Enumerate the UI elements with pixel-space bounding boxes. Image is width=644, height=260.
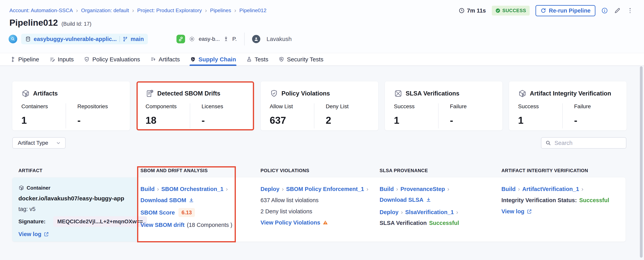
user-name: Lavakush (266, 36, 292, 42)
repo-name: easybuggy-vulnerable-applic... (34, 36, 117, 42)
step-link[interactable]: SlsaVerification_1 (405, 209, 454, 215)
stat-label: Success (394, 103, 438, 110)
info-icon[interactable] (601, 7, 608, 14)
integrity-status-value: Successful (579, 197, 609, 203)
tab-label: Tests (254, 56, 268, 63)
breadcrumb: Account: Automation-SSCA Organization: d… (10, 7, 266, 14)
card-title: SLSA Verifications (406, 90, 460, 97)
card-title: Artifact Integrity Verification (530, 90, 611, 97)
environment-icon (223, 36, 229, 42)
sbom-score-link[interactable]: SBOM Score (140, 209, 175, 216)
download-icon (188, 197, 194, 203)
tab-inputs[interactable]: Inputs (49, 53, 74, 66)
tab-artifacts[interactable]: Artifacts (150, 53, 180, 66)
gitops-link-icon (176, 35, 185, 43)
supply-chain-shield-icon (190, 57, 196, 62)
repo-chip[interactable]: easybuggy-vulnerable-applic... main (21, 34, 148, 44)
build-id: (Build Id: 17) (62, 21, 92, 27)
stat-value: 1 (394, 115, 438, 126)
header-controls: 7m 11s SUCCESS Re-run Pipeline (458, 5, 634, 17)
chevron-right-icon (456, 209, 458, 215)
tab-policy-evaluations[interactable]: Policy Evaluations (84, 53, 140, 66)
download-sbom-link[interactable]: Download SBOM (140, 197, 186, 203)
sbom-score-badge: 6.13 (178, 208, 195, 217)
stage-link[interactable]: Build (380, 186, 394, 192)
breadcrumb-project[interactable]: Project: Product Exploratory (137, 8, 202, 14)
tab-tests[interactable]: Tests (246, 53, 268, 66)
stage-link[interactable]: Build (140, 186, 155, 192)
cube-icon (21, 89, 30, 98)
chevron-right-icon (401, 209, 403, 215)
view-sbom-drift-link[interactable]: View SBOM drift (140, 221, 184, 228)
breadcrumb-organization[interactable]: Organization: default (81, 8, 129, 14)
rerun-pipeline-button[interactable]: Re-run Pipeline (536, 5, 596, 16)
stat-label: Success (518, 103, 562, 110)
view-policy-violations-link[interactable]: View Policy Violations (260, 219, 320, 226)
page-title-row: Pipeline012 (Build Id: 17) (10, 18, 92, 28)
clock-icon (458, 8, 465, 14)
artifacts-list-icon (150, 57, 156, 62)
artifact-cell: Container docker.io/lavakush07/easy-bugg… (18, 184, 147, 237)
download-slsa-link[interactable]: Download SLSA (380, 196, 424, 203)
tab-supply-chain[interactable]: Supply Chain (190, 53, 236, 66)
artifact-type-label: Artifact Type (18, 140, 48, 146)
stat-value: 18 (146, 115, 190, 126)
environment-abbrev: P. (232, 36, 237, 42)
stage-link[interactable]: Deploy (260, 186, 280, 192)
stat-divider (562, 103, 563, 128)
stat-value: 1 (518, 115, 562, 126)
artifact-tag: tag: v5 (18, 206, 36, 212)
chevron-right-icon (76, 7, 78, 14)
stage-link[interactable]: Build (502, 186, 516, 192)
pipeline-icon (10, 57, 16, 62)
stat-value: - (77, 115, 122, 126)
step-link[interactable]: ProvenanceStep (400, 186, 445, 192)
stat-label: Failure (574, 103, 618, 110)
page-title: Pipeline012 (10, 18, 58, 28)
step-link[interactable]: SBOM Orchestration_1 (162, 186, 224, 192)
view-log-link[interactable]: View log (18, 231, 41, 237)
summary-cards: Artifacts Containers1 Repositories- Dete… (12, 81, 626, 130)
branch-name: main (131, 36, 144, 42)
policy-cell: Deploy SBOM Policy Enforcement_1 637 All… (260, 186, 368, 226)
tab-label: Security Tests (287, 56, 323, 63)
step-link[interactable]: ArtifactVerification_1 (522, 186, 579, 192)
tab-label: Artifacts (159, 56, 180, 63)
kebab-menu-icon[interactable] (627, 7, 634, 14)
stat-label: Containers (21, 103, 66, 110)
stat-divider (190, 103, 190, 128)
flask-icon (246, 57, 252, 62)
card-artifact-integrity-verification: Artifact Integrity Verification Success1… (509, 81, 626, 130)
step-link[interactable]: SBOM Policy Enforcement_1 (286, 186, 364, 192)
allow-list-violations: 637 Allow list violations (260, 197, 319, 203)
column-header-slsa: SLSA PROVENANCE (380, 168, 428, 173)
service-env-context: easy-b... P. Lavakush (176, 33, 292, 46)
vertical-scrollbar[interactable] (640, 66, 643, 258)
top-bar: Account: Automation-SSCA Organization: d… (0, 0, 644, 53)
stage-link[interactable]: Deploy (380, 209, 398, 215)
tab-label: Pipeline (18, 56, 39, 63)
breadcrumb-pipelines[interactable]: Pipelines (210, 8, 231, 14)
stat-label: Licenses (202, 103, 246, 110)
external-link-icon (527, 209, 532, 214)
slsa-cell: Build ProvenanceStep Download SLSA Deplo… (380, 186, 459, 226)
column-header-policy: POLICY VIOLATIONS (260, 168, 309, 173)
repository-icon (25, 36, 31, 42)
chevron-right-icon (157, 186, 159, 192)
stat-label: Allow List (270, 103, 314, 110)
stat-value: 1 (21, 115, 66, 126)
card-slsa-verifications: SLSA Verifications Success1 Failure- (385, 81, 502, 130)
card-title: Detected SBOM Drifts (157, 90, 220, 97)
execution-duration: 7m 11s (458, 8, 486, 14)
edit-pencil-icon[interactable] (614, 7, 621, 14)
tab-label: Policy Evaluations (92, 56, 140, 63)
view-log-link[interactable]: View log (502, 208, 524, 215)
breadcrumb-pipeline012[interactable]: Pipeline012 (239, 8, 266, 14)
stat-value: - (450, 115, 494, 126)
search-input[interactable] (554, 140, 622, 146)
artifact-type-dropdown[interactable]: Artifact Type (12, 137, 66, 149)
tab-security-tests[interactable]: Security Tests (278, 53, 323, 66)
tab-pipeline[interactable]: Pipeline (10, 53, 39, 66)
breadcrumb-account[interactable]: Account: Automation-SSCA (10, 8, 73, 14)
stat-label: Failure (450, 103, 494, 110)
